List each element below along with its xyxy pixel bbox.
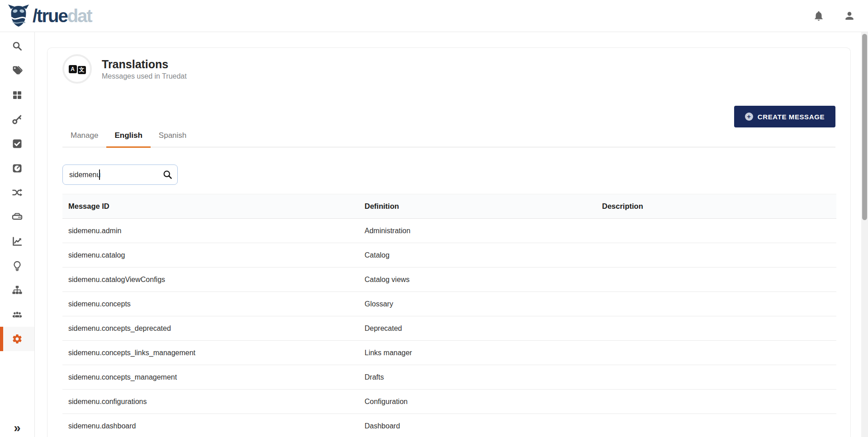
- translate-icon-a: A: [69, 65, 77, 73]
- cell-definition: Configuration: [359, 398, 596, 406]
- create-message-label: CREATE MESSAGE: [758, 113, 825, 121]
- sidebar-item-permissions[interactable]: [0, 107, 34, 132]
- cell-message-id: sidemenu.configurations: [62, 398, 359, 406]
- scrollbar-thumb[interactable]: [862, 34, 867, 220]
- check-square-icon: [12, 138, 23, 149]
- sidebar-item-lineage[interactable]: [0, 180, 34, 205]
- app-logo[interactable]: /truedat: [0, 4, 92, 28]
- sidebar-item-dashboards[interactable]: [0, 229, 34, 254]
- lightbulb-icon: [12, 260, 23, 271]
- gear-icon: [12, 334, 23, 344]
- translate-icon-char: 文: [78, 66, 86, 74]
- search-wrap: [62, 164, 178, 185]
- sidebar-item-rules[interactable]: [0, 132, 34, 156]
- table-row[interactable]: sidemenu.concepts_deprecatedDeprecated: [62, 316, 836, 341]
- plus-icon: +: [745, 113, 753, 121]
- scrollbar-track[interactable]: [861, 32, 868, 437]
- cell-definition: Deprecated: [359, 324, 596, 333]
- table-row[interactable]: sidemenu.configurationsConfiguration: [62, 390, 836, 414]
- topbar: /truedat: [0, 0, 868, 32]
- translate-icon: A 文: [62, 54, 92, 84]
- cell-message-id: sidemenu.concepts: [62, 300, 359, 308]
- cell-definition: Catalog: [359, 251, 596, 259]
- search-icon: [12, 41, 23, 52]
- page-title: Translations: [102, 57, 187, 71]
- table-row[interactable]: sidemenu.conceptsGlossary: [62, 292, 836, 316]
- actions-row: + CREATE MESSAGE: [62, 106, 835, 127]
- owl-icon: [7, 4, 30, 28]
- cell-message-id: sidemenu.catalog: [62, 251, 359, 259]
- sidebar-item-users[interactable]: [0, 302, 34, 327]
- line-chart-icon: [12, 236, 23, 247]
- tags-icon: [12, 65, 23, 76]
- cell-definition: Glossary: [359, 300, 596, 308]
- user-profile-icon[interactable]: [844, 10, 855, 22]
- sidebar: »: [0, 32, 35, 437]
- grid-icon: [12, 89, 23, 100]
- shuffle-icon: [12, 187, 23, 198]
- cell-definition: Dashboard: [359, 422, 596, 430]
- tab-manage[interactable]: Manage: [62, 128, 106, 147]
- tab-spanish[interactable]: Spanish: [151, 128, 194, 147]
- cell-definition: Links manager: [359, 349, 596, 357]
- notifications-bell-icon[interactable]: [813, 10, 825, 22]
- table-row[interactable]: sidemenu.concepts_links_managementLinks …: [62, 341, 836, 365]
- magnifier-icon[interactable]: [163, 170, 172, 179]
- sidebar-item-search[interactable]: [0, 34, 34, 58]
- logo-text-dat: dat: [67, 6, 92, 26]
- sidebar-item-tags[interactable]: [0, 58, 34, 83]
- page-header: A 文 Translations Messages used in Trueda…: [62, 54, 835, 84]
- table-row[interactable]: sidemenu.concepts_managementDrafts: [62, 365, 836, 390]
- table-row[interactable]: sidemenu.catalogCatalog: [62, 243, 836, 268]
- key-icon: [12, 114, 23, 125]
- table-row[interactable]: sidemenu.adminAdministration: [62, 219, 836, 243]
- sidebar-item-taxonomy[interactable]: [0, 278, 34, 302]
- cell-definition: Administration: [359, 227, 596, 235]
- cell-definition: Catalog views: [359, 276, 596, 284]
- column-header-description: Description: [596, 202, 836, 211]
- cell-definition: Drafts: [359, 373, 596, 381]
- sitemap-icon: [12, 285, 23, 296]
- column-header-message-id: Message ID: [62, 202, 359, 211]
- search-input[interactable]: [62, 164, 178, 185]
- search-row: [62, 164, 835, 185]
- cell-message-id: sidemenu.dashboard: [62, 422, 359, 430]
- sidebar-item-settings[interactable]: [0, 327, 34, 351]
- logo-wordmark: /truedat: [33, 7, 92, 25]
- cell-message-id: sidemenu.concepts_deprecated: [62, 324, 359, 333]
- sidebar-item-ideas[interactable]: [0, 254, 34, 278]
- messages-table: Message ID Definition Description sideme…: [62, 194, 836, 437]
- tabs: Manage English Spanish: [62, 128, 835, 147]
- topbar-actions: [813, 10, 868, 22]
- logo-text-true: /true: [33, 6, 67, 26]
- create-message-button[interactable]: + CREATE MESSAGE: [734, 106, 835, 127]
- table-row[interactable]: sidemenu.catalogViewConfigsCatalog views: [62, 268, 836, 292]
- cell-message-id: sidemenu.catalogViewConfigs: [62, 276, 359, 284]
- server-icon: [12, 211, 23, 222]
- text-cursor: [99, 169, 100, 180]
- users-icon: [11, 309, 23, 320]
- main-content: A 文 Translations Messages used in Trueda…: [35, 32, 868, 437]
- page-header-text: Translations Messages used in Truedat: [102, 57, 187, 80]
- table-row[interactable]: sidemenu.dashboardDashboard: [62, 414, 836, 437]
- cell-message-id: sidemenu.admin: [62, 227, 359, 235]
- sidebar-item-catalog[interactable]: [0, 83, 34, 107]
- table-body: sidemenu.adminAdministrationsidemenu.cat…: [62, 219, 836, 437]
- sidebar-item-systems[interactable]: [0, 205, 34, 229]
- page-subtitle: Messages used in Truedat: [102, 72, 187, 80]
- tab-english[interactable]: English: [106, 128, 150, 147]
- sidebar-expand-chevrons-icon[interactable]: »: [0, 422, 34, 434]
- column-header-definition: Definition: [359, 202, 596, 211]
- translations-card: A 文 Translations Messages used in Trueda…: [47, 47, 851, 437]
- cell-message-id: sidemenu.concepts_management: [62, 373, 359, 381]
- table-header: Message ID Definition Description: [62, 194, 836, 219]
- gauge-icon: [12, 163, 23, 174]
- cell-message-id: sidemenu.concepts_links_management: [62, 349, 359, 357]
- sidebar-item-quality[interactable]: [0, 156, 34, 180]
